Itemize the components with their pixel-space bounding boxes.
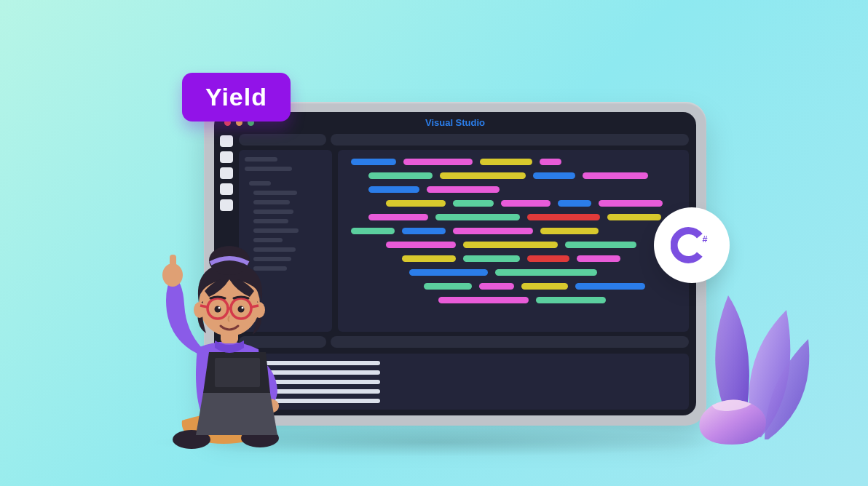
svg-point-19 <box>218 307 221 309</box>
activity-bar <box>220 135 234 211</box>
activity-item <box>220 135 233 147</box>
svg-point-20 <box>242 307 244 309</box>
tab <box>331 134 689 146</box>
csharp-icon: # <box>671 224 713 266</box>
svg-point-18 <box>238 306 245 313</box>
activity-item <box>220 183 233 195</box>
activity-item <box>220 167 233 179</box>
tab <box>239 134 326 146</box>
activity-item <box>220 151 233 163</box>
svg-text:#: # <box>703 234 708 244</box>
svg-line-16 <box>251 306 259 307</box>
yield-badge: Yield <box>182 73 291 122</box>
svg-rect-4 <box>170 255 176 276</box>
csharp-badge: # <box>654 207 730 283</box>
decorative-stone <box>692 395 772 446</box>
activity-item <box>220 199 233 211</box>
panel-tab <box>331 336 689 348</box>
svg-rect-6 <box>215 358 260 387</box>
svg-line-15 <box>200 306 208 307</box>
svg-point-11 <box>253 302 265 318</box>
svg-point-10 <box>194 302 205 318</box>
svg-point-17 <box>215 306 221 313</box>
code-editor <box>338 150 689 332</box>
window-title: Visual Studio <box>425 117 485 128</box>
tab-bar <box>239 134 689 146</box>
developer-character <box>127 224 317 450</box>
